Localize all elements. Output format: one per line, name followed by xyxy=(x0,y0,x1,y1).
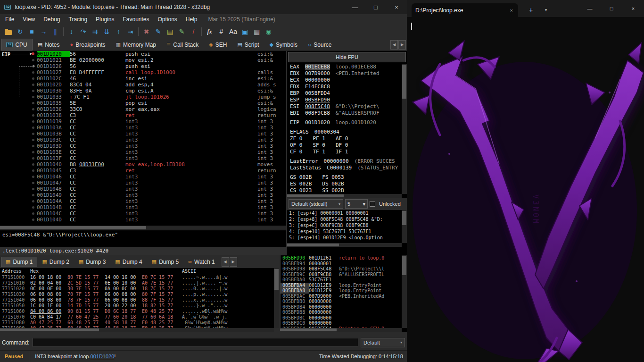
disasm-row[interactable]: 001D1021BE 02000000mov esi,2esi:& xyxy=(0,57,286,63)
terminal-minimize-button[interactable]: — xyxy=(579,0,601,17)
disasm-row[interactable]: 001D103ECCint3int 3 xyxy=(0,149,286,155)
disasm-row[interactable]: 001D103BCCint3int 3 xyxy=(0,131,286,137)
disasm-row[interactable]: 001D104CCCint3int 3 xyxy=(0,210,286,217)
breakpoint-slot[interactable] xyxy=(32,200,34,202)
menu-item-debug[interactable]: Debug xyxy=(39,15,64,24)
label-icon[interactable]: ✎ xyxy=(176,26,188,37)
disasm-row[interactable]: 001D104DCCint3int 3 xyxy=(0,217,286,223)
dock-scroll-right-icon[interactable]: ▶ xyxy=(230,257,237,267)
new-tab-button[interactable]: + xyxy=(525,4,537,16)
breakpoint-slot[interactable] xyxy=(32,126,34,129)
terminal-screen[interactable]: V3N0M xyxy=(407,17,644,362)
disasm-row[interactable]: 001D1045C3retreturn xyxy=(0,168,286,174)
run-to-return-icon[interactable]: ⇉ xyxy=(89,26,101,37)
disasm-row[interactable]: 001D104BCCint3int 3 xyxy=(0,204,286,210)
open-file-icon[interactable] xyxy=(2,26,14,37)
run-icon[interactable]: → xyxy=(38,26,50,37)
assemble-icon[interactable]: ✎ xyxy=(152,26,164,37)
arguments-list[interactable]: 1: [esp+4] 00000001 000000012: [esp+8] 0… xyxy=(287,210,401,243)
comment-icon[interactable]: ▤ xyxy=(164,26,176,37)
dock-scroll-left-icon[interactable]: ◀ xyxy=(222,257,229,267)
disasm-row[interactable]: 001D1039CCint3int 3 xyxy=(0,118,286,125)
argument-row[interactable]: 3: [esp+C] 008F9CB8 008F9CB8 xyxy=(287,222,401,228)
dock-tab-dump-2[interactable]: ▦Dump 2 xyxy=(37,257,74,267)
disassembly-pane[interactable]: EIP 001D102056push esiesi:&001D1021BE 02… xyxy=(0,51,286,226)
dump-row[interactable]: 7715103006 00 08 0070 7F 15 7706 00 08 0… xyxy=(0,292,279,297)
tab-scroll-left-icon[interactable]: ◀ xyxy=(390,40,398,50)
disasm-hscrollbar[interactable] xyxy=(0,226,286,230)
menu-item-view[interactable]: View xyxy=(18,15,39,24)
dock-tab-dump-5[interactable]: ▦Dump 5 xyxy=(147,257,183,267)
breakpoint-slot[interactable] xyxy=(32,219,34,221)
register-line[interactable]: ESP005BFD90 xyxy=(287,97,401,103)
stack-row[interactable]: 005BFDA4001D12E9loop.EntryPoint xyxy=(281,283,407,288)
dock-tab-dump-4[interactable]: ▦Dump 4 xyxy=(110,257,147,267)
tab-source[interactable]: ‹›Source xyxy=(303,39,337,51)
breakpoint-slot[interactable] xyxy=(32,133,34,135)
disasm-row[interactable]: 001D102656push esi xyxy=(0,63,286,69)
highlight-icon[interactable]: / xyxy=(188,26,199,37)
breakpoint-slot[interactable] xyxy=(32,114,34,117)
disasm-row[interactable]: 001D1027E8 D4FFFFFFcall loop.1D1000calls xyxy=(0,69,286,76)
menu-item-plugins[interactable]: Plugins xyxy=(91,15,118,24)
close-button[interactable]: × xyxy=(386,0,407,14)
register-line[interactable]: EBP005BFDD4 xyxy=(287,90,401,97)
breakpoint-slot[interactable] xyxy=(32,59,34,61)
menu-item-help[interactable]: Help xyxy=(182,15,202,24)
register-line[interactable]: LastStatusC0000139(STATUS_ENTRY xyxy=(287,165,401,171)
restart-icon[interactable]: ↻ xyxy=(14,26,26,37)
stack-row[interactable]: 005BFD9C008F9CB8&"ALLUSERSPROFIL xyxy=(281,272,407,278)
dump-row[interactable]: 7715104006 00 08 0078 7F 15 7706 00 08 0… xyxy=(0,297,279,303)
breakpoint-slot[interactable] xyxy=(32,188,34,190)
depth-stepper[interactable]: 5▾ xyxy=(345,199,368,209)
tab-call-stack[interactable]: ≣Call Stack xyxy=(161,39,204,51)
disasm-row[interactable]: 001D103083FE 0Acmp esi,Aesi:& xyxy=(0,88,286,94)
argument-row[interactable]: 5: [esp+14] 001D12E9 <loop.Option xyxy=(287,235,401,241)
calculator-icon[interactable]: ▦ xyxy=(251,26,263,37)
arguments-vscrollbar[interactable] xyxy=(402,210,407,243)
dump-pane[interactable]: Address Hex ASCII 7715100016 00 18 0080 … xyxy=(0,268,279,328)
minimize-button[interactable]: — xyxy=(345,0,365,14)
globe-icon[interactable]: ◉ xyxy=(263,26,274,37)
tab-symbols[interactable]: ◆Symbols xyxy=(264,39,303,51)
menu-item-favourites[interactable]: Favourites xyxy=(118,15,153,24)
dump-row[interactable]: 7715100016 00 18 0080 7E 15 7714 00 16 0… xyxy=(0,275,279,280)
menu-item-options[interactable]: Options xyxy=(153,15,181,24)
stop-icon[interactable]: ■ xyxy=(26,26,38,37)
disasm-row[interactable]: 001D1038C3retreturn xyxy=(0,112,286,118)
window-icon[interactable]: ▣ xyxy=(239,26,251,37)
register-line[interactable]: EAX001ECE88loop.001ECE88 xyxy=(287,64,401,70)
register-line[interactable]: EFLAGS00000304 xyxy=(287,129,401,135)
disasm-row[interactable]: 001D102C46inc esiesi:& xyxy=(0,76,286,82)
dump-row[interactable]: 771510200C 00 0E 0030 7F 15 770A 00 0C 0… xyxy=(0,286,279,292)
disasm-row[interactable]: 001D10355Epop esiesi:& xyxy=(0,100,286,106)
tab-seh[interactable]: ◈SEH xyxy=(204,39,232,51)
step-over-icon[interactable]: ↷ xyxy=(77,26,89,37)
breakpoint-slot[interactable] xyxy=(32,206,34,209)
tab-breakpoints[interactable]: ●Breakpoints xyxy=(65,39,111,51)
argument-row[interactable]: 4: [esp+10] 53C767F1 53C767F1 xyxy=(287,228,401,235)
disasm-row[interactable]: 001D1033↑7C F1jl loop.1D1026jump s xyxy=(0,94,286,100)
register-line[interactable]: CS 0023SS 002B xyxy=(287,187,401,194)
disasm-row[interactable]: 001D1048CCint3int 3 xyxy=(0,186,286,192)
dump-row[interactable]: 7715101002 00 04 002C 5D 15 770E 00 10 0… xyxy=(0,280,279,286)
disasm-row[interactable]: 001D1049CCint3int 3 xyxy=(0,192,286,198)
register-line[interactable]: ECX00000000 xyxy=(287,77,401,84)
stack-hscrollbar[interactable] xyxy=(280,328,402,332)
hide-fpu-button[interactable]: Hide FPU xyxy=(288,52,406,62)
unlocked-checkbox[interactable] xyxy=(370,201,375,207)
stack-row[interactable]: 005BFDBC00000000 xyxy=(281,315,407,321)
register-line[interactable]: GS 002BFS 0053 xyxy=(287,174,401,181)
dump-row[interactable]: 77151070C0 0A B4 1777 60 47 2577 60 20 1… xyxy=(0,314,279,320)
stack-row[interactable]: 005BFD98008F5C48&"D:\\Project\\l xyxy=(281,266,407,272)
register-line[interactable]: CF 0TF 1IF 1 xyxy=(287,149,401,155)
arguments-hscrollbar[interactable] xyxy=(287,243,402,247)
disasm-row[interactable]: 001D102D83C4 04add esp,4adds s xyxy=(0,82,286,88)
hash-icon[interactable]: # xyxy=(215,26,227,37)
step-into-icon[interactable]: ↓ xyxy=(66,26,77,37)
register-line[interactable]: EBX007D9000<PEB.Inherited xyxy=(287,70,401,77)
disasm-row[interactable]: 001D103FCCint3int 3 xyxy=(0,155,286,161)
breakpoint-slot[interactable] xyxy=(32,139,34,141)
register-line[interactable]: ES 002BDS 002B xyxy=(287,181,401,187)
menu-item-tracing[interactable]: Tracing xyxy=(65,15,92,24)
